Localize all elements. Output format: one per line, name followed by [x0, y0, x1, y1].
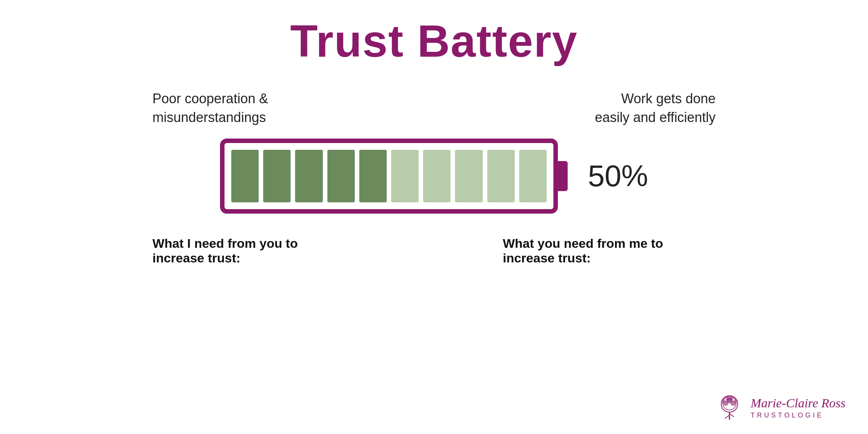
label-right-line2: easily and efficiently	[595, 110, 716, 125]
page-title: Trust Battery	[290, 15, 578, 67]
battery-segment-5	[359, 150, 387, 202]
brand-logo: Marie-Claire Ross TRUSTOLOGIE	[714, 393, 845, 423]
battery-segment-1	[231, 150, 259, 202]
svg-point-8	[726, 397, 729, 401]
label-left: Poor cooperation & misunderstandings	[152, 89, 310, 127]
battery-segment-10	[519, 150, 547, 202]
battery-segment-6	[391, 150, 419, 202]
page: Trust Battery Poor cooperation & misunde…	[0, 0, 868, 434]
labels-row: Poor cooperation & misunderstandings Wor…	[152, 89, 716, 127]
svg-point-9	[729, 397, 733, 401]
svg-line-4	[729, 414, 734, 417]
battery-percent: 50%	[588, 159, 648, 193]
label-right: Work gets done easily and efficiently	[558, 89, 716, 127]
battery-segment-7	[423, 150, 451, 202]
battery-segment-3	[295, 150, 322, 202]
brand-tree-icon	[714, 393, 744, 423]
battery-segment-4	[327, 150, 355, 202]
battery-segment-8	[455, 150, 482, 202]
battery-outer	[220, 139, 558, 214]
brand-text-block: Marie-Claire Ross TRUSTOLOGIE	[750, 396, 845, 419]
battery-row: 50%	[220, 139, 648, 214]
label-left-line2: misunderstandings	[152, 110, 266, 125]
brand-name: Marie-Claire Ross	[750, 396, 845, 410]
bottom-labels: What I need from you to increase trust: …	[152, 236, 716, 265]
bottom-label-left: What I need from you to increase trust:	[152, 236, 353, 265]
label-left-line1: Poor cooperation &	[152, 91, 268, 106]
label-right-line1: Work gets done	[621, 91, 716, 106]
battery-segment-2	[263, 150, 291, 202]
svg-point-10	[722, 399, 725, 403]
battery-segment-9	[487, 150, 515, 202]
brand-sub: TRUSTOLOGIE	[750, 411, 824, 419]
svg-line-3	[725, 415, 729, 418]
svg-point-11	[734, 399, 737, 403]
bottom-label-right: What you need from me to increase trust:	[503, 236, 716, 265]
